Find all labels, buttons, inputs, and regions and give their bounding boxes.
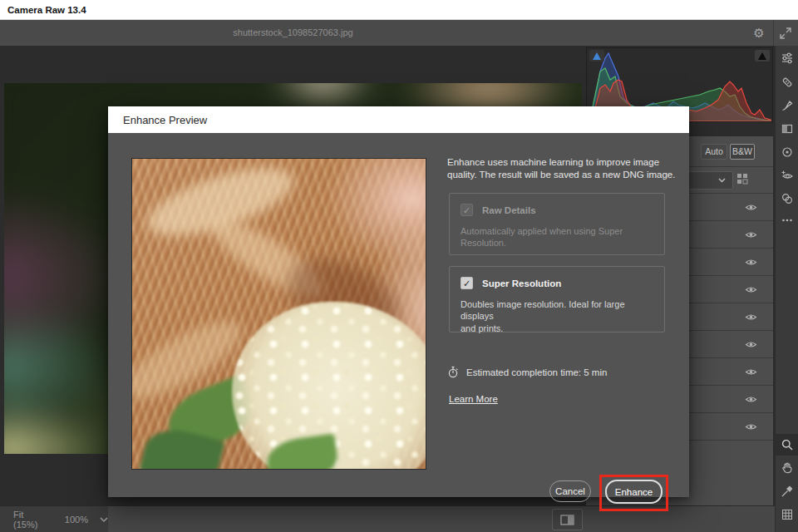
enhance-preview-image[interactable] bbox=[131, 158, 426, 470]
window-title: Camera Raw 13.4 bbox=[0, 5, 86, 15]
toggle-fullscreen-icon[interactable] bbox=[778, 26, 793, 41]
before-after-view-icon[interactable] bbox=[552, 509, 583, 530]
bw-button[interactable]: B&W bbox=[730, 144, 755, 160]
cancel-button[interactable]: Cancel bbox=[549, 480, 591, 502]
app-titlebar: shutterstock_1098527063.jpg ⚙ bbox=[0, 20, 798, 46]
hand-tool-icon[interactable] bbox=[776, 457, 798, 479]
highlight-clipping-triangle[interactable] bbox=[755, 50, 770, 62]
dialog-body: Enhance uses machine learning to improve… bbox=[108, 133, 689, 497]
eye-icon[interactable] bbox=[745, 258, 757, 267]
eye-icon[interactable] bbox=[745, 422, 757, 431]
chevron-down-icon bbox=[718, 178, 726, 183]
presets-icon[interactable] bbox=[776, 188, 798, 209]
eye-icon[interactable] bbox=[745, 285, 757, 294]
red-eye-icon[interactable] bbox=[776, 165, 798, 186]
chevron-down-icon[interactable] bbox=[100, 517, 108, 522]
eye-icon[interactable] bbox=[745, 230, 757, 239]
grid-overlay-icon[interactable] bbox=[776, 504, 798, 525]
auto-button[interactable]: Auto bbox=[701, 144, 727, 160]
healing-icon[interactable] bbox=[776, 71, 798, 93]
sampler-icon[interactable] bbox=[776, 480, 798, 502]
raw-details-checkbox: ✓ bbox=[461, 204, 473, 216]
edit-sliders-icon[interactable] bbox=[776, 47, 798, 69]
stopwatch-icon bbox=[447, 366, 459, 378]
zoom-level-label: 100% bbox=[43, 515, 88, 525]
zoom-controls: Fit (15%) 100% bbox=[0, 506, 108, 532]
zoom-tool-icon[interactable] bbox=[776, 434, 798, 456]
brush-icon[interactable] bbox=[776, 95, 798, 116]
raw-details-label: Raw Details bbox=[482, 205, 536, 215]
profile-browser-icon[interactable] bbox=[736, 173, 751, 188]
estimated-time-row: Estimated completion time: 5 min bbox=[447, 366, 607, 378]
eye-icon[interactable] bbox=[745, 203, 757, 212]
radial-icon[interactable] bbox=[776, 141, 798, 163]
gear-icon[interactable]: ⚙ bbox=[749, 23, 769, 43]
eye-icon[interactable] bbox=[745, 367, 757, 377]
estimated-time-label: Estimated completion time: 5 min bbox=[459, 367, 607, 377]
more-dots-icon[interactable] bbox=[776, 209, 798, 231]
raw-details-description: Automatically applied when using Super R… bbox=[461, 225, 658, 249]
eye-icon[interactable] bbox=[745, 340, 757, 349]
status-bar: Fit (15%) 100% bbox=[0, 505, 775, 532]
super-resolution-description: Doubles image resolution. Ideal for larg… bbox=[461, 298, 658, 334]
fit-zoom-label: Fit (15%) bbox=[0, 510, 43, 530]
masking-icon[interactable] bbox=[776, 118, 798, 140]
enhance-preview-dialog: Enhance Preview Enhance uses machine lea… bbox=[108, 106, 689, 497]
titlebar-divider bbox=[773, 20, 774, 46]
raw-details-group: ✓ Raw Details Automatically applied when… bbox=[449, 193, 665, 255]
dialog-title: Enhance Preview bbox=[108, 114, 207, 126]
shadow-clipping-triangle[interactable] bbox=[589, 50, 604, 62]
super-resolution-group: ✓ Super Resolution Doubles image resolut… bbox=[449, 266, 665, 332]
dialog-description: Enhance uses machine learning to improve… bbox=[447, 156, 677, 181]
window-titlebar: Camera Raw 13.4 bbox=[0, 0, 798, 20]
super-resolution-label: Super Resolution bbox=[482, 278, 561, 288]
dialog-titlebar: Enhance Preview bbox=[108, 106, 689, 133]
learn-more-link[interactable]: Learn More bbox=[449, 394, 498, 404]
eye-icon[interactable] bbox=[745, 313, 757, 322]
eye-icon[interactable] bbox=[745, 395, 757, 404]
enhance-button[interactable]: Enhance bbox=[605, 480, 663, 504]
tool-bar bbox=[775, 46, 798, 532]
super-resolution-checkbox[interactable]: ✓ bbox=[461, 277, 473, 289]
filename-label: shutterstock_1098527063.jpg bbox=[0, 20, 586, 46]
